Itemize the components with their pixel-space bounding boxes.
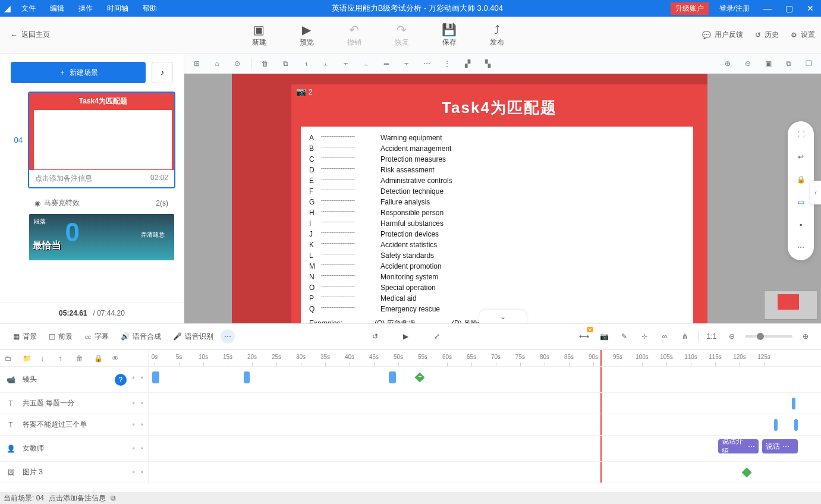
canvas-stage[interactable]: 📷 2 Task4为匹配题 A-------------------Warnin… [184, 74, 821, 323]
menu-operate[interactable]: 操作 [71, 0, 100, 17]
home-icon[interactable]: ⌂ [208, 55, 226, 72]
playhead[interactable] [600, 367, 602, 392]
note-placeholder[interactable]: 点击添加备注信息 [35, 174, 92, 184]
toolbar-preview[interactable]: ▶预览 [283, 22, 331, 48]
tl-expand-icon[interactable]: ⤢ [429, 328, 445, 345]
lock-track-icon[interactable]: 🔒 [94, 354, 106, 363]
align-bottom-icon[interactable]: ⫟ [398, 55, 416, 72]
add-keyframe-icon[interactable] [415, 373, 425, 383]
toolbar-settings[interactable]: ⚙设置 [785, 30, 821, 40]
login-register[interactable]: 登录/注册 [712, 0, 757, 17]
tl-foreground[interactable]: ◫前景 [44, 329, 77, 344]
align-top-icon[interactable]: ⫠ [357, 55, 375, 72]
tl-keyframe-icon[interactable]: ⟷V [577, 329, 591, 344]
distribute-h-icon[interactable]: ⋯ [418, 55, 436, 72]
track-camera-body[interactable] [149, 367, 821, 392]
reset-view-icon[interactable]: ↩ [794, 150, 808, 164]
camera-clip-1[interactable] [152, 371, 159, 383]
folder-icon[interactable]: 📁 [23, 354, 34, 363]
eye-icon[interactable]: 👁 [112, 354, 124, 363]
tl-zoomin-icon[interactable]: ⊕ [798, 329, 813, 344]
text2-clip-2[interactable] [794, 419, 798, 431]
duplicate-icon[interactable]: ⧉ [779, 55, 797, 72]
layers-icon[interactable]: ❐ [800, 55, 817, 72]
toolbar-undo[interactable]: ↶撤销 [331, 22, 378, 48]
track-text-1-body[interactable] [149, 393, 821, 414]
send-back-icon[interactable]: ▚ [479, 55, 496, 72]
track-text-1[interactable]: T共五题 每题一分•• [0, 393, 149, 414]
toolbar-history[interactable]: ↺历史 [749, 30, 785, 40]
maximize-button[interactable]: ▢ [778, 0, 800, 17]
tl-camera-icon[interactable]: 📷 [597, 329, 611, 344]
upgrade-button[interactable]: 升级账户 [671, 2, 709, 15]
toolbar-publish[interactable]: ⤴发布 [473, 22, 521, 48]
tl-play-icon[interactable]: ▶ [398, 328, 414, 345]
scene-effect-row[interactable]: ◉马赛克特效 2(s) [8, 193, 175, 213]
toolbar-new[interactable]: ▣新建 [235, 22, 283, 48]
new-scene-button[interactable]: ＋新建场景 [11, 62, 146, 83]
speech-clip-1[interactable]: 说话介绍⋯ [718, 439, 759, 453]
image-keyframe[interactable] [742, 468, 752, 478]
bottom-pull-tab[interactable]: ⌄ [479, 310, 527, 323]
tl-ratio-icon[interactable]: 1:1 [704, 329, 719, 344]
track-image[interactable]: 🖼图片 3•• [0, 462, 149, 483]
tl-link-icon[interactable]: ∞ [658, 329, 672, 344]
more-circle-icon[interactable]: ⊙ [228, 55, 246, 72]
delete-icon[interactable]: 🗑 [256, 55, 274, 72]
track-teacher-body[interactable]: 说话介绍⋯ 说话⋯ [149, 436, 821, 461]
menu-edit[interactable]: 编辑 [43, 0, 71, 17]
tl-zoom-slider[interactable] [745, 335, 792, 338]
status-copy-icon[interactable]: ⧉ [111, 494, 116, 502]
fullscreen-icon[interactable]: ⛶ [794, 127, 808, 141]
copy-icon[interactable]: ⧉ [276, 55, 294, 72]
screen-icon[interactable]: ▭ [794, 195, 808, 209]
tl-rewind-icon[interactable]: ↺ [367, 328, 383, 345]
text2-clip-1[interactable] [774, 419, 778, 431]
tl-tts[interactable]: 🔊语音合成 [116, 329, 166, 344]
help-icon[interactable]: ? [115, 374, 127, 386]
camera-clip-3[interactable] [389, 371, 396, 383]
toolbar-save[interactable]: 💾保存 [426, 22, 473, 48]
scene-thumbnail-selected[interactable]: Task4为匹配题 点击添加备注信息 02:02 [28, 92, 175, 188]
tl-anchor-icon[interactable]: ⊹ [637, 329, 652, 344]
new-folder-icon[interactable]: 🗀 [5, 354, 17, 363]
minimize-button[interactable]: — [757, 0, 778, 17]
track-camera[interactable]: 📹 镜头 ?•• [0, 367, 149, 392]
status-note[interactable]: 点击添加备注信息 [49, 493, 106, 503]
bring-front-icon[interactable]: ▞ [458, 55, 476, 72]
track-image-body[interactable] [149, 462, 821, 483]
ruler-toggle-icon[interactable]: ⊞ [188, 55, 206, 72]
zoom-out-icon[interactable]: ⊖ [739, 55, 757, 72]
tl-edit-icon[interactable]: ✎ [617, 329, 631, 344]
music-button[interactable]: ♪ [152, 62, 173, 83]
text1-clip[interactable] [792, 398, 795, 410]
more-dots-icon[interactable]: ⋯ [794, 240, 808, 254]
right-panel-toggle[interactable]: ‹ [810, 181, 821, 204]
align-right-icon[interactable]: ⫟ [337, 55, 355, 72]
align-left-icon[interactable]: ⫞ [297, 55, 314, 72]
tl-more-button[interactable]: ⋯ [221, 329, 235, 344]
tl-background[interactable]: ▦背景 [8, 329, 42, 344]
device-icon[interactable]: ▪ [794, 218, 808, 232]
tl-subtitle[interactable]: ㏄字幕 [80, 329, 114, 344]
scene-thumbnail-5[interactable]: 段落 0 弄清题意 最恰当 [28, 213, 175, 262]
back-home[interactable]: ← 返回主页 [0, 30, 59, 40]
arrow-up-icon[interactable]: ↑ [58, 354, 70, 363]
camera-clip-2[interactable] [244, 371, 250, 383]
menu-help[interactable]: 帮助 [136, 0, 164, 17]
lock-icon[interactable]: 🔒 [794, 172, 808, 187]
slide[interactable]: 📷 2 Task4为匹配题 A-------------------Warnin… [291, 84, 707, 323]
track-text-2[interactable]: T答案不能超过三个单•• [0, 414, 149, 435]
track-text-2-body[interactable] [149, 414, 821, 435]
track-teacher[interactable]: 👤女教师•• [0, 436, 149, 461]
menu-file[interactable]: 文件 [14, 0, 43, 17]
close-button[interactable]: ✕ [800, 0, 821, 17]
tl-zoomout-icon[interactable]: ⊖ [725, 329, 739, 344]
tl-asr[interactable]: 🎤语音识别 [168, 329, 218, 344]
minimap[interactable] [764, 290, 817, 320]
distribute-v-icon[interactable]: ⋮ [438, 55, 456, 72]
toolbar-redo[interactable]: ↷恢复 [378, 22, 426, 48]
time-ruler[interactable]: 0s5s10s15s20s25s30s35s40s45s50s55s60s65s… [149, 350, 821, 366]
align-middle-icon[interactable]: ═ [378, 55, 395, 72]
tl-split-icon[interactable]: ⋔ [678, 329, 692, 344]
